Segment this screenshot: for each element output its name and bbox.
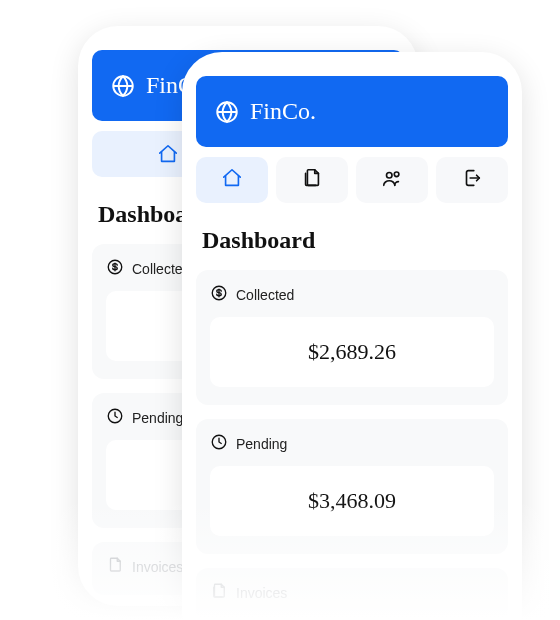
globe-icon bbox=[110, 73, 136, 99]
dollar-icon bbox=[210, 284, 228, 305]
nav-tabs bbox=[196, 157, 508, 203]
invoice-icon bbox=[106, 556, 124, 577]
svg-point-5 bbox=[394, 172, 399, 177]
pending-label: Pending bbox=[236, 436, 287, 452]
invoice-icon bbox=[210, 582, 228, 603]
nav-documents[interactable] bbox=[276, 157, 348, 203]
clock-icon bbox=[210, 433, 228, 454]
brand-name: FinCo. bbox=[250, 98, 316, 125]
collected-value: $2,689.26 bbox=[210, 317, 494, 387]
invoices-label: Invoices bbox=[236, 585, 287, 601]
nav-logout[interactable] bbox=[436, 157, 508, 203]
pending-card: Pending $3,468.09 bbox=[196, 419, 508, 554]
collected-card: Collected $2,689.26 bbox=[196, 270, 508, 405]
globe-icon bbox=[214, 99, 240, 125]
invoices-card: Invoices bbox=[196, 568, 508, 620]
page-title: Dashboard bbox=[202, 227, 502, 254]
logout-icon bbox=[461, 167, 483, 193]
pending-value: $3,468.09 bbox=[210, 466, 494, 536]
document-icon bbox=[301, 167, 323, 193]
users-icon bbox=[381, 167, 403, 193]
phone-notch bbox=[292, 59, 412, 73]
dollar-icon bbox=[106, 258, 124, 279]
phone-notch bbox=[188, 33, 308, 47]
collected-label: Collected bbox=[236, 287, 294, 303]
home-icon bbox=[221, 167, 243, 193]
nav-home[interactable] bbox=[196, 157, 268, 203]
pending-label: Pending bbox=[132, 410, 183, 426]
app-header: FinCo. bbox=[196, 76, 508, 147]
phone-mockup-front: FinCo. bbox=[182, 52, 522, 620]
clock-icon bbox=[106, 407, 124, 428]
nav-users[interactable] bbox=[356, 157, 428, 203]
svg-point-4 bbox=[387, 173, 393, 179]
invoices-label: Invoices bbox=[132, 559, 183, 575]
